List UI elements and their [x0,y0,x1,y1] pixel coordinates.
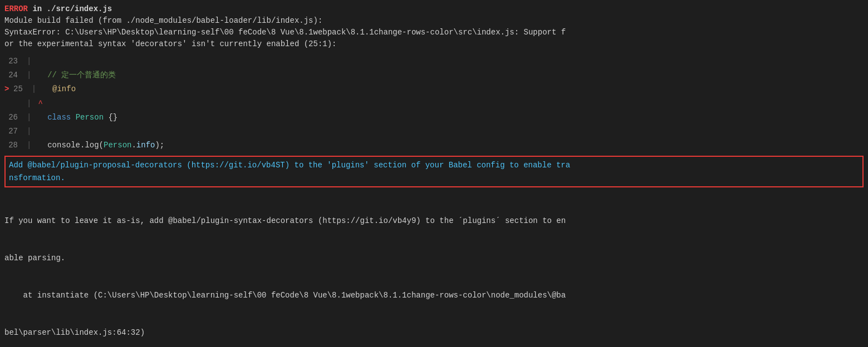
code-line-27: 27 | [0,125,868,138]
highlight-suggestion-box: Add @babel/plugin-proposal-decorators (h… [4,156,864,187]
stack-line-2: at instantiate (C:\Users\HP\Desktop\lear… [4,289,864,301]
code-content-26: class Person {} [38,111,864,125]
line-number-23: 23 [4,54,27,68]
separator-28: | [27,138,38,152]
line-number-24: 24 [4,68,27,82]
line-number-28: 28 [4,138,27,152]
separator-26: | [27,111,38,125]
error-line-3: SyntaxError: C:\Users\HP\Desktop\learnin… [4,27,864,38]
info-prop: info [136,141,155,150]
separator-27: | [27,125,38,138]
line-number-26: 26 [4,111,27,125]
code-content-27 [38,125,864,138]
separator-24: | [27,68,38,82]
person-ref: Person [104,141,131,150]
class-name: Person [76,113,104,122]
line-number-25: 25 [13,82,32,96]
error-file: in ./src/index.js [28,4,112,13]
code-line-26: 26 | class Person {} [0,111,868,125]
code-line-28: 28 | console.log(Person.info); [0,138,868,152]
error-line-4: or the experimental syntax 'decorators' … [4,38,864,50]
line-number-27: 27 [4,125,27,138]
highlight-line-2: nsformation. [9,172,859,184]
error-header: ERROR in ./src/index.js Module build fai… [0,0,868,52]
code-line-25: > 25 | @info [0,82,868,96]
stack-line-0: If you want to leave it as-is, add @babe… [4,215,864,227]
stack-trace-section: If you want to leave it as-is, add @babe… [0,189,868,347]
active-line-wrapper: > 25 | @info | ^ [0,82,868,110]
separator-25: | [32,82,43,96]
code-line-24: 24 | // 定一个普通的类 [0,68,868,82]
code-content-28: console.log(Person.info); [38,138,864,152]
caret-line: | ^ [0,97,868,111]
terminal-window: ERROR in ./src/index.js Module build fai… [0,0,868,347]
highlight-line-1: Add @babel/plugin-proposal-decorators (h… [9,159,859,171]
code-section: 23 | 24 | // 定一个普通的类 > 25 | @info | ^ [0,52,868,155]
error-line-2: Module build failed (from ./node_modules… [4,15,864,27]
code-content-24: // 定一个普通的类 [38,68,864,82]
error-line-1: ERROR in ./src/index.js [4,3,864,15]
active-arrow: > [4,82,13,96]
code-content-25: @info [43,82,864,96]
code-line-23: 23 | [0,54,868,68]
caret-indicator: ^ [38,97,42,111]
separator-23: | [27,54,38,68]
stack-line-3: bel\parser\lib\index.js:64:32) [4,326,864,339]
error-keyword: ERROR [4,4,28,13]
stack-line-1: able parsing. [4,252,864,264]
keyword-class: class [47,113,71,122]
code-content-23 [38,54,864,68]
